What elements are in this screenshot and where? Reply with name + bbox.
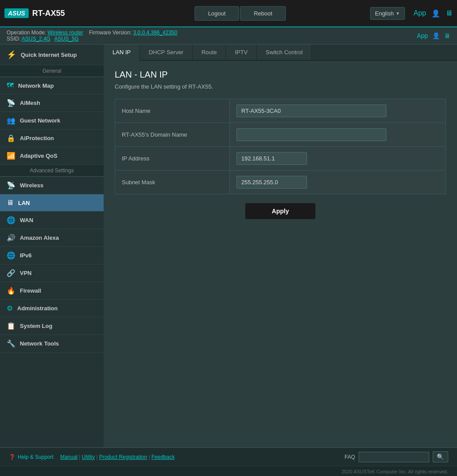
lan-ip-form: Host Name RT-AX55's Domain Name IP Addre… [115,99,446,194]
subnet-mask-cell [230,171,446,194]
footer-links: Manual | Utility | Product Registration … [60,454,175,460]
page-title: LAN - LAN IP [115,70,446,80]
info-bar: Operation Mode: Wireless router Firmware… [0,27,457,45]
product-registration-link[interactable]: Product Registration [99,454,147,460]
guest-network-icon: 👥 [7,116,15,125]
firmware-label: Firmware Version: [89,30,132,36]
page-content: LAN - LAN IP Configure the LAN setting o… [104,61,457,447]
adaptive-qos-icon: 📶 [7,152,15,160]
host-name-input[interactable] [236,104,386,117]
form-row-subnet-mask: Subnet Mask [115,171,446,194]
users-icon[interactable]: 👤 [431,9,440,18]
sidebar-item-ipv6-label: IPv6 [20,252,32,259]
logo-area: ASUS RT-AX55 [4,8,110,18]
sidebar-item-system-log-label: System Log [20,323,52,329]
copyright-bar: 2020 ASUSTeK Computer Inc. All rights re… [0,466,457,476]
general-section-label: General [0,65,104,77]
apply-area: Apply [115,203,446,219]
footer: ❓ Help & Support Manual | Utility | Prod… [0,447,457,466]
help-support-link[interactable]: ❓ Help & Support [9,454,53,460]
subnet-mask-label: Subnet Mask [115,171,230,194]
domain-name-input[interactable] [236,128,386,141]
firewall-icon: 🔥 [7,286,15,295]
content-area: LAN IP DHCP Server Route IPTV Switch Con… [104,45,457,447]
sidebar-item-aimesh[interactable]: 📡 AiMesh [0,94,104,112]
sidebar-item-lan[interactable]: 🖥 LAN [0,194,104,212]
sidebar-item-wireless[interactable]: 📡 Wireless [0,177,104,194]
sidebar-item-amazon-alexa[interactable]: 🔊 Amazon Alexa [0,229,104,247]
operation-mode-value[interactable]: Wireless router [48,30,83,36]
sidebar-item-guest-network-label: Guest Network [20,117,60,124]
sidebar-item-aiprotection[interactable]: 🔒 AiProtection [0,130,104,147]
manual-link[interactable]: Manual [60,454,77,460]
tab-route[interactable]: Route [193,45,226,60]
sidebar-item-network-tools[interactable]: 🔧 Network Tools [0,335,104,353]
ssid-label: SSID: [7,36,20,42]
app-icon[interactable]: App [414,9,426,17]
lan-icon: 🖥 [7,199,14,207]
page-description: Configure the LAN setting of RT-AX55. [115,83,446,90]
host-name-label: Host Name [115,99,230,123]
alexa-icon: 🔊 [7,234,15,242]
top-right-icons: App 👤 🖥 [414,9,453,18]
top-buttons: Logout Reboot [110,6,370,21]
firmware-value[interactable]: 3.0.0.4.386_42350 [133,30,177,36]
domain-name-label: RT-AX55's Domain Name [115,123,230,147]
reboot-button[interactable]: Reboot [240,6,286,21]
sidebar-item-administration[interactable]: ⚙ Administration [0,300,104,317]
monitor-icon[interactable]: 🖥 [446,9,453,17]
sidebar-item-amazon-alexa-label: Amazon Alexa [20,234,59,241]
faq-search-input[interactable] [359,452,429,462]
lightning-icon: ⚡ [7,50,16,60]
sidebar-item-wireless-label: Wireless [20,182,43,189]
ssid-24-link[interactable]: ASUS_2.4G [22,36,50,42]
sidebar-item-ipv6[interactable]: 🌐 IPv6 [0,247,104,264]
screen-icon[interactable]: 🖥 [444,32,450,39]
sidebar-item-network-map-label: Network Map [18,82,54,89]
faq-label: FAQ [345,454,355,460]
info-right: App 👤 🖥 [417,32,450,39]
aiprotection-icon: 🔒 [7,134,15,142]
app-store-icon[interactable]: App [417,32,428,39]
qis-label: Quick Internet Setup [21,52,77,58]
account-icon[interactable]: 👤 [432,32,440,39]
sidebar-item-guest-network[interactable]: 👥 Guest Network [0,112,104,130]
sidebar-item-firewall[interactable]: 🔥 Firewall [0,282,104,300]
utility-link[interactable]: Utility [82,454,95,460]
tabs-bar: LAN IP DHCP Server Route IPTV Switch Con… [104,45,457,61]
sidebar-item-lan-label: LAN [18,200,30,206]
domain-name-cell [230,123,446,147]
sidebar: ⚡ Quick Internet Setup General 🗺 Network… [0,45,104,447]
ip-address-label: IP Address [115,147,230,171]
ipv6-icon: 🌐 [7,251,15,260]
faq-search-button[interactable]: 🔍 [433,451,448,462]
sidebar-item-vpn[interactable]: 🔗 VPN [0,264,104,282]
apply-button[interactable]: Apply [245,203,315,219]
form-row-domain-name: RT-AX55's Domain Name [115,123,446,147]
sidebar-item-aiprotection-label: AiProtection [20,135,54,141]
asus-logo: ASUS [4,8,29,18]
sidebar-item-quick-internet-setup[interactable]: ⚡ Quick Internet Setup [0,45,104,65]
network-tools-icon: 🔧 [7,339,15,348]
tab-iptv[interactable]: IPTV [226,45,257,60]
feedback-link[interactable]: Feedback [151,454,175,460]
sidebar-item-adaptive-qos-label: Adaptive QoS [20,152,57,159]
logout-button[interactable]: Logout [195,6,240,21]
system-log-icon: 📋 [7,322,15,330]
vpn-icon: 🔗 [7,269,15,277]
sidebar-item-network-map[interactable]: 🗺 Network Map [0,77,104,94]
sidebar-item-system-log[interactable]: 📋 System Log [0,317,104,335]
sidebar-item-wan[interactable]: 🌐 WAN [0,212,104,229]
ip-address-input[interactable] [236,152,307,165]
subnet-mask-input[interactable] [236,176,307,189]
ssid-5-link[interactable]: ASUS_5G [54,36,79,42]
sidebar-item-adaptive-qos[interactable]: 📶 Adaptive QoS [0,147,104,165]
administration-icon: ⚙ [7,304,13,312]
form-row-host-name: Host Name [115,99,446,123]
operation-mode-label: Operation Mode: [7,30,46,36]
help-support-label: Help & Support [18,454,53,460]
tab-lan-ip[interactable]: LAN IP [104,45,140,61]
tab-switch-control[interactable]: Switch Control [257,45,312,60]
tab-dhcp-server[interactable]: DHCP Server [140,45,193,60]
language-selector[interactable]: English ▼ [370,7,405,20]
